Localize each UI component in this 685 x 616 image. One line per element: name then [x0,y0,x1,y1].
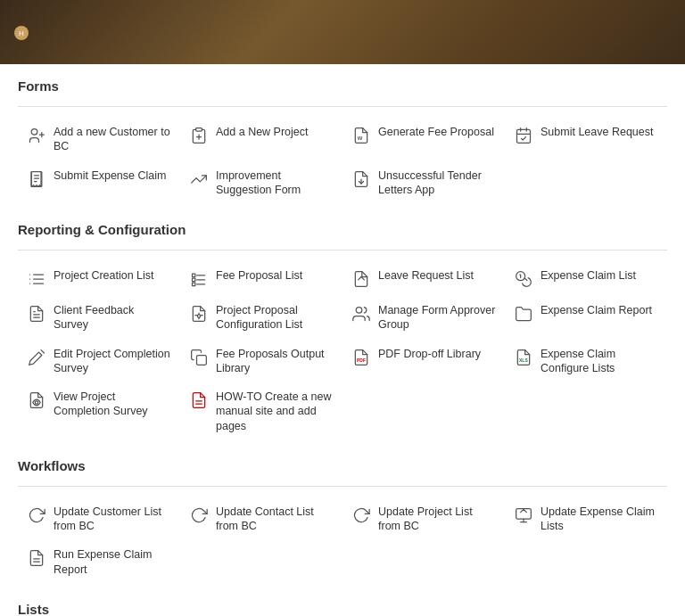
icon-update-customer [27,505,46,525]
item-empty3 [505,382,667,440]
icon-update-project [351,505,371,525]
item-edit-completion[interactable]: Edit Project Completion Survey [18,340,180,383]
label-update-project: Update Project List from BC [378,505,496,534]
icon-add-project [189,126,209,145]
label-fee-proposal: Generate Fee Proposal [378,125,494,139]
icon-update-contact [189,505,209,525]
label-howto-manual: HOW-TO Create a new manual site and add … [216,390,334,433]
label-client-feedback: Client Feedback Survey [54,303,171,333]
svg-text:PDF: PDF [357,357,366,363]
page-header: H [0,0,685,64]
item-empty5 [342,540,505,584]
icon-add-customer [27,126,46,145]
svg-rect-7 [517,129,531,143]
label-tender-letters: Unsuccessful Tender Letters App [378,168,496,198]
item-pdf-dropoff[interactable]: PDF PDF Drop-off Library [342,340,505,383]
svg-rect-26 [193,283,195,285]
icon-suggestion-form [189,169,209,189]
section-grid-reporting: Project Creation List Fee Proposal List … [18,261,667,440]
section-title-lists: Lists [18,602,667,616]
icon-view-completion [27,390,46,410]
section-divider-reporting [18,250,667,251]
icon-fee-proposal-list [189,269,209,289]
item-leave-request-list[interactable]: Leave Request List [342,261,505,296]
label-update-customer: Update Customer List from BC [54,505,171,534]
item-howto-manual[interactable]: HOW-TO Create a new manual site and add … [180,382,342,440]
item-leave-request[interactable]: Submit Leave Request [505,118,667,161]
section-workflows: Workflows Update Customer List from BC U… [18,458,667,584]
item-expense-config[interactable]: XLS Expense Claim Configure Lists [505,340,667,383]
icon-manage-approver [351,304,371,324]
svg-rect-35 [197,355,207,365]
item-suggestion-form[interactable]: Improvement Suggestion Form [180,161,342,205]
item-expense-report[interactable]: Expense Claim Report [505,296,667,340]
svg-point-38 [35,401,37,404]
icon-leave-request [514,126,533,145]
label-expense-claim-list: Expense Claim List [541,268,636,283]
section-divider-workflows [18,486,667,487]
label-expense-config: Expense Claim Configure Lists [541,347,658,376]
icon-expense-report [514,304,533,324]
svg-text:XLS: XLS [519,357,528,363]
svg-point-33 [356,308,362,314]
item-fee-output-lib[interactable]: Fee Proposals Output Library [180,340,342,383]
label-manage-approver: Manage Form Approver Group [378,303,496,333]
item-expense-claim[interactable]: Submit Expense Claim [18,161,180,205]
item-manage-approver[interactable]: Manage Form Approver Group [342,296,505,340]
icon-update-expense [514,505,533,525]
label-update-contact: Update Contact List from BC [216,505,334,534]
svg-line-29 [524,278,527,280]
icon-leave-request-list [351,269,371,289]
item-view-completion[interactable]: View Project Completion Survey [18,382,180,440]
item-add-project[interactable]: Add a New Project [180,118,342,161]
item-expense-claim-list[interactable]: Expense Claim List [505,261,667,296]
label-update-expense: Update Expense Claim Lists [541,505,658,534]
section-grid-workflows: Update Customer List from BC Update Cont… [18,497,667,584]
item-project-proposal-config[interactable]: Project Proposal Configuration List [180,296,342,340]
icon-fee-output-lib [189,348,209,367]
item-fee-proposal-list[interactable]: Fee Proposal List [180,261,342,296]
section-divider-forms [18,106,667,107]
section-title-workflows: Workflows [18,458,667,477]
section-grid-forms: Add a new Customer to BC Add a New Proje… [18,118,667,204]
icon-expense-claim-list [514,269,533,289]
item-fee-proposal[interactable]: W Generate Fee Proposal [342,118,505,161]
svg-text:W: W [358,136,363,141]
label-leave-request-list: Leave Request List [378,268,474,283]
label-project-proposal-config: Project Proposal Configuration List [216,303,334,333]
item-empty1 [505,161,667,205]
label-add-customer: Add a new Customer to BC [54,125,171,154]
item-update-customer[interactable]: Update Customer List from BC [18,497,180,541]
label-suggestion-form: Improvement Suggestion Form [216,168,334,198]
item-project-creation[interactable]: Project Creation List [18,261,180,296]
icon-pdf-dropoff: PDF [351,348,371,367]
item-update-expense[interactable]: Update Expense Claim Lists [505,497,667,541]
label-edit-completion: Edit Project Completion Survey [54,347,171,376]
item-add-customer[interactable]: Add a new Customer to BC [18,118,180,161]
section-title-reporting: Reporting & Configuration [18,222,667,241]
label-leave-request: Submit Leave Request [541,125,653,139]
svg-rect-24 [193,278,195,281]
svg-line-34 [41,349,44,352]
item-client-feedback[interactable]: Client Feedback Survey [18,296,180,340]
svg-rect-41 [516,508,532,519]
section-forms: Forms Add a new Customer to BC Add a New… [18,78,667,204]
item-empty2 [342,382,505,440]
icon-fee-proposal: W [351,126,371,145]
section-title-forms: Forms [18,78,667,97]
item-update-project[interactable]: Update Project List from BC [342,497,505,541]
icon-project-proposal-config [189,304,209,324]
label-expense-report: Expense Claim Report [541,303,652,317]
label-fee-output-lib: Fee Proposals Output Library [216,347,334,376]
item-update-contact[interactable]: Update Contact List from BC [180,497,342,541]
label-fee-proposal-list: Fee Proposal List [216,268,302,283]
item-tender-letters[interactable]: Unsuccessful Tender Letters App [342,161,505,205]
label-expense-claim: Submit Expense Claim [54,168,166,183]
icon-expense-config: XLS [514,348,533,367]
icon-edit-completion [27,348,46,367]
icon-howto-manual [189,390,209,410]
section-lists: Lists Leave Request List Pay Transaction… [18,602,667,616]
item-run-expense[interactable]: Run Expense Claim Report [18,540,180,584]
item-empty4 [180,540,342,584]
svg-rect-22 [193,274,195,276]
